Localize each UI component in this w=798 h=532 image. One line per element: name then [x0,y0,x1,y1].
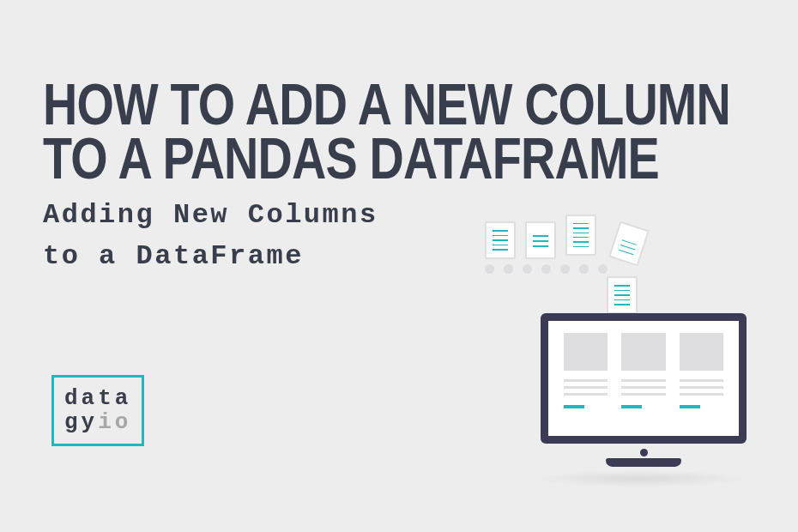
document-icon [565,215,596,256]
monitor-screen [541,313,747,444]
document-icon [607,276,638,314]
computer-illustration [455,215,764,481]
monitor-stand [640,449,648,456]
loading-dots-icon [485,264,608,274]
logo-line-1: data [64,386,131,411]
page-title: HOW TO ADD A NEW COLUMN TO A PANDAS DATA… [43,77,755,184]
document-icon [525,221,556,259]
logo-line-2: gyio [64,410,131,435]
shadow-icon [532,470,747,487]
subtitle-line-1: Adding New Columns [43,199,378,231]
monitor-base [606,458,681,467]
monitor-icon [541,313,747,468]
title-line-2: TO A PANDAS DATAFRAME [43,125,659,190]
datagy-logo: data gyio [51,375,144,446]
document-icon [608,221,650,267]
subtitle-line-2: to a DataFrame [43,240,304,272]
document-icon [485,221,516,259]
logo-text-data: data [64,385,131,411]
logo-text-gy: gy [64,409,98,435]
logo-text-io: io [98,409,131,435]
